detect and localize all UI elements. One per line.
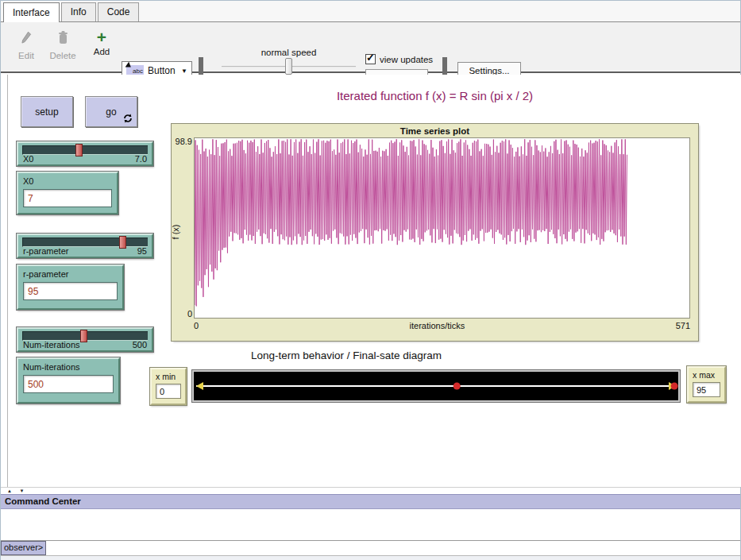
plot-area	[194, 137, 690, 319]
time-series-line	[195, 138, 689, 318]
monitor-value: 500	[23, 375, 114, 393]
monitor-name: Num-iterations	[23, 362, 114, 372]
plus-icon: +	[86, 30, 118, 44]
slider-name: Num-iterations	[23, 340, 80, 350]
y-axis-label: f (x)	[171, 214, 180, 249]
command-input[interactable]	[46, 541, 740, 555]
setup-label: setup	[35, 106, 58, 118]
slider-r-parameter[interactable]: r-parameter 95	[17, 234, 153, 258]
pencil-icon	[20, 30, 33, 45]
command-center-resize-handle[interactable]: ▲ ▼	[1, 487, 740, 494]
forever-icon	[123, 114, 133, 123]
command-center: Command Center observer>	[1, 494, 740, 560]
monitor-name: x min	[156, 372, 181, 381]
slider-value: 500	[133, 340, 147, 350]
command-center-title: Command Center	[1, 494, 740, 509]
final-state-diagram	[194, 372, 678, 400]
delete-button[interactable]: Delete	[47, 30, 79, 60]
view-updates-label: view updates	[380, 55, 433, 64]
observer-prompt[interactable]: observer>	[1, 541, 46, 555]
x-axis-max: 571	[676, 321, 690, 330]
window-bottom-strip	[1, 555, 740, 560]
x-axis-min: 0	[194, 321, 199, 330]
go-button[interactable]: go	[85, 96, 137, 127]
x-min-monitor: x min 0	[150, 368, 187, 405]
edit-button[interactable]: Edit	[10, 30, 42, 60]
trash-icon	[57, 30, 69, 45]
slider-name: r-parameter	[23, 246, 68, 256]
monitor-name: X0	[23, 176, 112, 186]
monitor-r-parameter: r-parameter 95	[17, 265, 124, 310]
speed-slider[interactable]	[222, 58, 356, 75]
netlogo-window: Interface Info Code Edit Delete + Add ab…	[0, 0, 741, 560]
tab-code[interactable]: Code	[98, 2, 140, 21]
monitor-x0: X0 7	[17, 172, 118, 214]
speed-label: normal speed	[215, 48, 362, 57]
time-series-plot: Time series plot 98.9 f (x) 0 0 iteratio…	[172, 124, 698, 341]
add-button[interactable]: + Add	[86, 30, 118, 56]
slider-name: X0	[23, 154, 33, 164]
slider-value: 95	[137, 246, 147, 256]
setup-button[interactable]: setup	[21, 96, 73, 127]
monitor-name: x max	[693, 370, 720, 380]
monitor-value: 95	[693, 382, 720, 397]
monitor-num-iterations: Num-iterations 500	[17, 357, 120, 404]
monitor-name: r-parameter	[23, 269, 118, 279]
edit-label: Edit	[10, 51, 42, 60]
monitor-value: 7	[23, 189, 112, 207]
checkmark-icon: ✓	[366, 52, 375, 64]
view-updates-checkbox[interactable]: ✓	[365, 54, 376, 64]
tab-interface[interactable]: Interface	[3, 2, 60, 22]
go-label: go	[106, 106, 116, 118]
slider-num-iterations[interactable]: Num-iterations 500	[17, 327, 153, 352]
command-center-output	[1, 509, 740, 541]
slider-value: 7.0	[135, 154, 147, 164]
monitor-value: 95	[23, 282, 118, 300]
slider-x0[interactable]: X0 7.0	[17, 141, 153, 166]
x-max-monitor: x max 95	[687, 366, 726, 403]
plot-title: Time series plot	[172, 126, 698, 136]
model-title: Iterated function f (x) = R sin (pi x / …	[172, 89, 698, 102]
toolbar: Edit Delete + Add abc Button ▼ normal sp…	[1, 22, 740, 73]
tab-bar: Interface Info Code	[1, 1, 740, 22]
interface-canvas: setup go Iterated function f (x) = R sin…	[1, 75, 741, 487]
delete-label: Delete	[47, 51, 79, 60]
tab-info[interactable]: Info	[61, 2, 96, 21]
y-axis-max: 98.9	[172, 137, 192, 146]
speed-slider-handle[interactable]	[285, 58, 292, 75]
x-axis-label: iterations/ticks	[410, 321, 465, 330]
final-state-caption: Long-term behavior / Final-sate diagram	[172, 350, 521, 361]
y-axis-min: 0	[172, 309, 192, 319]
monitor-value: 0	[156, 384, 181, 399]
add-label: Add	[86, 47, 118, 56]
world-view[interactable]	[191, 369, 681, 403]
chevron-down-icon: ▼	[181, 68, 187, 75]
